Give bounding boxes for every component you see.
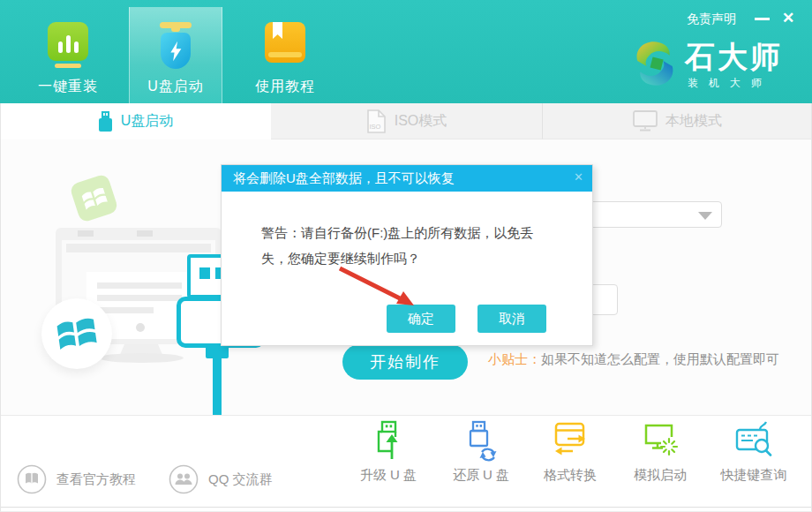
- tool-restore-usb[interactable]: 还原 U 盘: [432, 419, 530, 484]
- iso-file-icon: ISO: [366, 109, 387, 133]
- usb-upgrade-icon: [368, 419, 409, 462]
- nav-tab-usb-boot[interactable]: U盘启动: [129, 7, 222, 103]
- warning-dialog: 将会删除U盘全部数据，且不可以恢复 ✕ 警告：请自行备份(F:)盘上的所有数据，…: [221, 164, 593, 346]
- mode-tab-label: ISO模式: [395, 112, 447, 131]
- tool-simulate-boot[interactable]: 模拟启动: [612, 419, 709, 484]
- qq-group-link[interactable]: QQ 交流群: [169, 464, 273, 494]
- monitor-base: [99, 353, 184, 363]
- minimize-icon[interactable]: [755, 18, 770, 20]
- tool-upgrade-usb[interactable]: 升级 U 盘: [340, 419, 437, 484]
- mode-tab-label: 本地模式: [665, 112, 722, 131]
- bar-chart-icon: [48, 22, 88, 72]
- header-bar: 一键重装 U盘启动 使用教程 免责: [0, 0, 812, 103]
- cancel-button[interactable]: 取消: [477, 305, 546, 333]
- brand-logo: 石大师 装机大师: [632, 39, 783, 91]
- tip-label: 小贴士：: [488, 351, 541, 366]
- format-convert-icon: [550, 419, 590, 462]
- usb-restore-icon: [461, 419, 501, 462]
- nav-tab-label: U盘启动: [147, 78, 204, 96]
- mode-tab-local[interactable]: 本地模式: [542, 103, 812, 139]
- mode-tab-usb-boot[interactable]: U盘启动: [0, 103, 271, 139]
- dialog-message: 警告：请自行备份(F:)盘上的所有数据，以免丢失，您确定要继续制作吗？: [222, 192, 592, 272]
- official-tutorial-link[interactable]: 查看官方教程: [17, 464, 136, 494]
- tool-format-convert[interactable]: 格式转换: [522, 419, 619, 484]
- brand-name: 石大师: [685, 39, 783, 74]
- start-make-button[interactable]: 开始制作: [342, 344, 468, 380]
- brand-swirl-icon: [632, 39, 678, 88]
- nav-tab-one-key-reinstall[interactable]: 一键重装: [13, 7, 123, 103]
- book-circle-icon: [17, 464, 47, 494]
- simulate-boot-icon: [640, 419, 680, 462]
- footer-link-label: 查看官方教程: [56, 471, 136, 488]
- windows-tile-icon: [69, 173, 119, 223]
- confirm-button[interactable]: 确定: [387, 305, 455, 333]
- windows-logo-badge: [41, 298, 112, 369]
- footer-bar: 查看官方教程 QQ 交流群 升级 U 盘: [0, 415, 812, 512]
- svg-text:ISO: ISO: [369, 123, 380, 131]
- dialog-title: 将会删除U盘全部数据，且不可以恢复: [233, 170, 455, 187]
- usb-shield-icon: [160, 22, 192, 72]
- app-window: 一键重装 U盘启动 使用教程 免责: [0, 0, 812, 512]
- windows-flag-icon: [54, 312, 99, 355]
- footer-tool-label: 模拟启动: [634, 467, 687, 484]
- footer-tool-label: 升级 U 盘: [360, 467, 417, 484]
- nav-tab-label: 使用教程: [255, 78, 315, 96]
- dialog-titlebar: 将会删除U盘全部数据，且不可以恢复 ✕: [222, 165, 592, 192]
- monitor-icon: [633, 110, 658, 132]
- tool-hotkey-search[interactable]: 快捷键查询: [705, 419, 802, 484]
- footer-tool-label: 格式转换: [544, 467, 597, 484]
- usb-icon: [98, 111, 113, 132]
- book-icon: [265, 22, 305, 72]
- footer-tool-label: 快捷键查询: [721, 467, 787, 484]
- nav-tab-label: 一键重装: [38, 78, 98, 96]
- mode-tab-iso[interactable]: ISO ISO模式: [271, 103, 542, 139]
- brand-subtitle: 装机大师: [688, 76, 783, 91]
- footer-link-label: QQ 交流群: [208, 471, 273, 488]
- footer-tool-label: 还原 U 盘: [453, 467, 509, 484]
- usb-cable: [213, 357, 222, 415]
- people-circle-icon: [169, 464, 199, 494]
- disclaimer-link[interactable]: 免责声明: [687, 11, 736, 27]
- hotkey-search-icon: [733, 419, 774, 462]
- chevron-down-icon: [698, 212, 712, 220]
- lightning-icon: [165, 38, 186, 64]
- tip-text: 小贴士：如果不知道怎么配置，使用默认配置即可: [488, 351, 779, 368]
- dialog-close-icon[interactable]: ✕: [574, 170, 583, 184]
- main-content: 开始制作 小贴士：如果不知道怎么配置，使用默认配置即可 将会删除U盘全部数据，且…: [0, 139, 812, 415]
- nav-tab-tutorial[interactable]: 使用教程: [226, 7, 344, 103]
- close-icon[interactable]: ✕: [782, 9, 794, 27]
- mode-tab-label: U盘启动: [121, 112, 174, 131]
